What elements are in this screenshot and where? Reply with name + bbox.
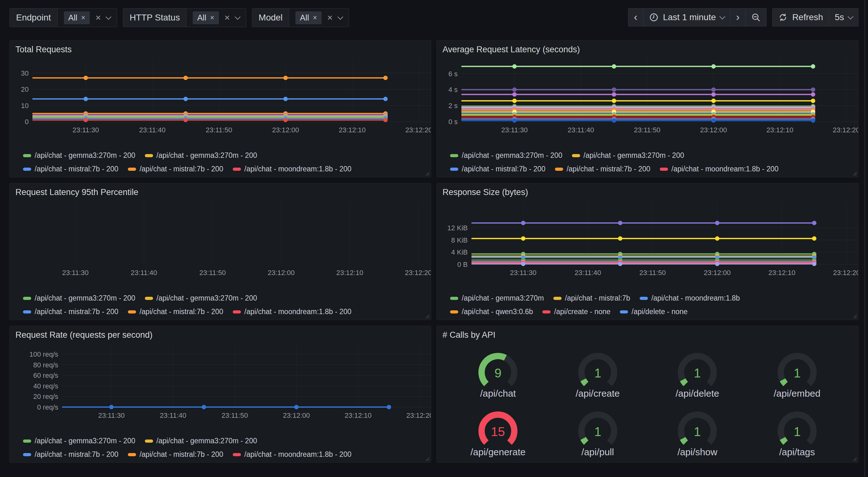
timeseries-plot[interactable]: 23:11:3023:11:4023:11:5023:12:0023:12:10… (442, 57, 859, 149)
legend-item[interactable]: /api/chat - gemma3:270m (450, 294, 544, 302)
legend-item[interactable]: /api/chat - mistral:7b - 200 (23, 450, 118, 459)
series-point[interactable] (811, 87, 815, 92)
series-point[interactable] (812, 236, 816, 241)
series-point[interactable] (618, 236, 622, 241)
series-point[interactable] (84, 97, 88, 101)
series-point[interactable] (612, 64, 616, 69)
legend-item[interactable]: /api/chat - mistral:7b - 200 (450, 165, 546, 173)
legend-item[interactable]: /api/chat - gemma3:270m - 200 (145, 151, 257, 160)
panel-resize-handle[interactable] (852, 171, 857, 176)
series-point[interactable] (387, 405, 391, 409)
panel-resize-handle[interactable] (852, 314, 857, 319)
series-point[interactable] (183, 118, 188, 122)
legend-item[interactable]: /api/chat - gemma3:270m - 200 (23, 294, 135, 302)
legend-item[interactable]: /api/chat - gemma3:270m - 200 (23, 151, 135, 160)
timeseries-plot[interactable]: 23:11:3023:11:4023:11:5023:12:0023:12:10… (15, 342, 431, 434)
series-point[interactable] (811, 64, 815, 69)
series-point[interactable] (811, 118, 815, 123)
series-point[interactable] (383, 76, 388, 80)
clear-icon[interactable]: × (327, 13, 333, 22)
series-point[interactable] (84, 76, 88, 80)
series-point[interactable] (711, 87, 716, 92)
filter-endpoint-chip[interactable]: All × (64, 11, 90, 24)
series-point[interactable] (283, 118, 288, 122)
legend-item[interactable]: /api/chat - gemma3:270m - 200 (23, 437, 135, 445)
series-point[interactable] (283, 97, 288, 101)
series-point[interactable] (294, 405, 299, 409)
series-point[interactable] (715, 221, 719, 225)
chevron-down-icon[interactable] (106, 14, 112, 20)
series-point[interactable] (711, 64, 716, 69)
series-point[interactable] (612, 99, 616, 103)
series-point[interactable] (612, 87, 616, 92)
panel-title[interactable]: # Calls by API (437, 326, 858, 342)
refresh-interval-button[interactable]: 5s (829, 8, 859, 27)
series-point[interactable] (383, 97, 388, 101)
clear-icon[interactable]: × (95, 13, 101, 22)
series-point[interactable] (513, 99, 517, 103)
filter-http-status-value[interactable]: All × × (186, 8, 246, 27)
time-range-picker-button[interactable]: Last 1 minute (644, 8, 731, 27)
series-point[interactable] (618, 262, 622, 266)
panel-resize-handle[interactable] (852, 456, 857, 461)
series-point[interactable] (183, 97, 188, 101)
series-point[interactable] (612, 118, 616, 123)
series-point[interactable] (513, 87, 517, 92)
series-point[interactable] (811, 92, 815, 97)
legend-item[interactable]: /api/chat - moondream:1.8b (640, 294, 740, 302)
chip-remove-icon[interactable]: × (313, 14, 317, 22)
series-point[interactable] (109, 405, 114, 409)
series-point[interactable] (383, 118, 388, 122)
series-point[interactable] (84, 118, 88, 122)
panel-title[interactable]: Total Requests (10, 41, 431, 57)
series-point[interactable] (812, 221, 816, 225)
legend-item[interactable]: /api/chat - qwen3:0.6b (450, 307, 533, 316)
legend-item[interactable]: /api/chat - mistral:7b - 200 (23, 307, 118, 316)
series-point[interactable] (715, 236, 719, 241)
legend-item[interactable]: /api/chat - moondream:1.8b - 200 (660, 165, 779, 173)
series-point[interactable] (513, 118, 517, 123)
clear-icon[interactable]: × (224, 13, 230, 22)
series-point[interactable] (513, 64, 517, 69)
legend-item[interactable]: /api/chat - mistral:7b - 200 (23, 165, 118, 173)
series-point[interactable] (811, 99, 815, 103)
zoom-out-button[interactable] (745, 8, 767, 27)
refresh-button[interactable]: Refresh (772, 8, 829, 27)
series-point[interactable] (183, 76, 188, 80)
chevron-down-icon[interactable] (235, 14, 240, 20)
legend-item[interactable]: /api/chat - gemma3:270m - 200 (145, 437, 257, 445)
chevron-down-icon[interactable] (338, 14, 343, 20)
legend-item[interactable]: /api/chat - gemma3:270m - 200 (450, 151, 562, 160)
legend-item[interactable]: /api/chat - moondream:1.8b - 200 (233, 450, 351, 459)
legend-item[interactable]: /api/chat - moondream:1.8b - 200 (233, 307, 351, 316)
panel-title[interactable]: Request Rate (requests per second) (10, 326, 431, 342)
legend-item[interactable]: /api/chat - gemma3:270m - 200 (145, 294, 257, 302)
series-point[interactable] (202, 405, 206, 409)
page-scrollbar[interactable] (864, 0, 865, 477)
filter-endpoint-value[interactable]: All × × (58, 8, 117, 27)
series-point[interactable] (711, 118, 716, 123)
series-point[interactable] (513, 92, 517, 97)
filter-model-value[interactable]: All × × (289, 8, 349, 27)
panel-resize-handle[interactable] (425, 314, 430, 319)
legend-item[interactable]: /api/chat - mistral:7b - 200 (555, 165, 650, 173)
timeseries-plot[interactable]: 23:11:3023:11:4023:11:5023:12:0023:12:10… (15, 200, 431, 292)
legend-item[interactable]: /api/chat - moondream:1.8b - 200 (233, 165, 351, 173)
series-point[interactable] (711, 92, 716, 97)
filter-model-chip[interactable]: All × (296, 11, 321, 24)
legend-item[interactable]: /api/chat - gemma3:270m - 200 (572, 151, 684, 160)
legend-item[interactable]: /api/chat - mistral:7b (553, 294, 630, 302)
panel-resize-handle[interactable] (425, 456, 430, 461)
series-point[interactable] (715, 262, 719, 266)
series-point[interactable] (612, 92, 616, 97)
series-point[interactable] (618, 221, 622, 225)
panel-title[interactable]: Average Request Latency (seconds) (437, 41, 858, 57)
series-point[interactable] (812, 262, 816, 266)
legend-item[interactable]: /api/chat - mistral:7b - 200 (128, 165, 223, 173)
timeseries-plot[interactable]: 23:11:3023:11:4023:11:5023:12:0023:12:10… (15, 57, 431, 149)
series-point[interactable] (521, 236, 525, 241)
filter-http-status-chip[interactable]: All × (193, 11, 219, 24)
series-point[interactable] (521, 262, 525, 266)
legend-item[interactable]: /api/chat - mistral:7b - 200 (128, 307, 223, 316)
legend-item[interactable]: /api/chat - mistral:7b - 200 (128, 450, 223, 459)
